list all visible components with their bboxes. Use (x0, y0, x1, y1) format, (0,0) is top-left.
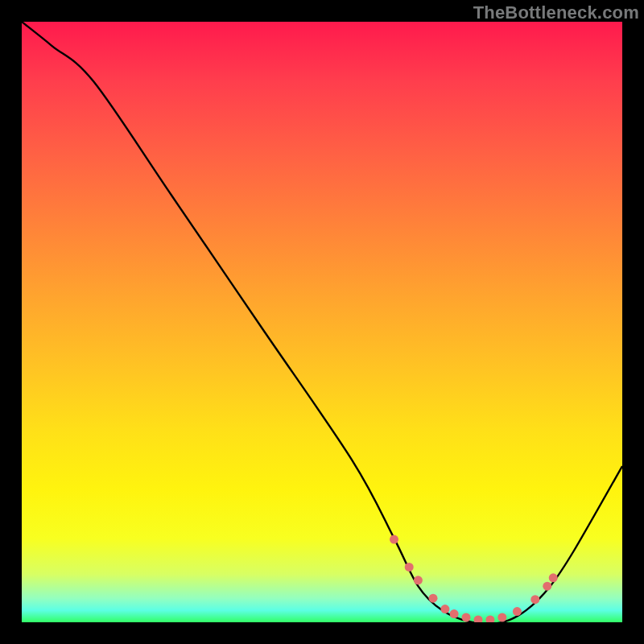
marker-dot (485, 616, 494, 623)
marker-dot (414, 576, 423, 584)
marker-dot (474, 616, 483, 623)
chart-svg (22, 22, 622, 622)
chart-container: TheBottleneck.com (0, 0, 644, 644)
marker-dot (530, 595, 539, 604)
marker-dot (440, 605, 449, 613)
marker-dot (429, 594, 438, 603)
marker-dot (513, 607, 522, 616)
plot-area (22, 22, 622, 622)
marker-dot (450, 609, 459, 618)
bottleneck-curve (22, 22, 622, 622)
marker-dot (405, 563, 414, 572)
marker-dot (462, 613, 471, 622)
highlight-dots (390, 535, 558, 622)
marker-dot (390, 535, 398, 544)
marker-dot (497, 613, 506, 622)
marker-dot (549, 573, 558, 582)
marker-dot (543, 582, 551, 591)
watermark-label: TheBottleneck.com (473, 2, 639, 23)
